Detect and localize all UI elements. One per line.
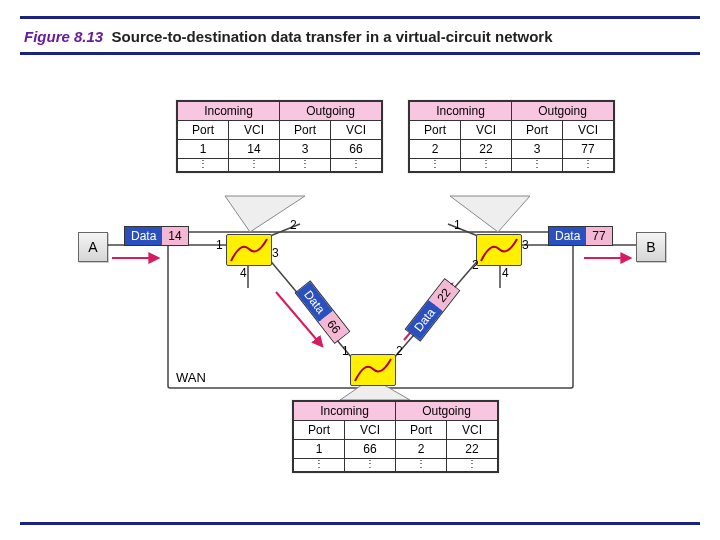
b-invci: 66 bbox=[345, 440, 396, 459]
packet-b-in: Data 77 bbox=[548, 226, 613, 246]
hdr-incoming-r: Incoming bbox=[410, 102, 512, 121]
stub-sw3-p1 bbox=[448, 224, 478, 236]
routing-table-bottom: Incoming Outgoing Port VCI Port VCI 1 66… bbox=[292, 400, 499, 473]
sw1-port1: 1 bbox=[216, 238, 223, 252]
routing-table-top-right: Incoming Outgoing Port VCI Port VCI 2 22… bbox=[408, 100, 615, 173]
switch-bottom bbox=[350, 354, 396, 386]
tl-invci: 14 bbox=[229, 140, 280, 159]
tr-inport: 2 bbox=[410, 140, 461, 159]
hdr-outgoing-r: Outgoing bbox=[512, 102, 614, 121]
hdr-incoming-b: Incoming bbox=[294, 402, 396, 421]
wan-label: WAN bbox=[176, 370, 206, 385]
hdr-vci: VCI bbox=[229, 121, 280, 140]
hdr-outgoing-b: Outgoing bbox=[396, 402, 498, 421]
hdr-port2: Port bbox=[280, 121, 331, 140]
packet-b-vci: 77 bbox=[586, 227, 611, 245]
packet-a-data: Data bbox=[125, 227, 162, 245]
tr-outport: 3 bbox=[512, 140, 563, 159]
tr-outvci: 77 bbox=[563, 140, 614, 159]
sw1-port4: 4 bbox=[240, 266, 247, 280]
packet-a-out: Data 14 bbox=[124, 226, 189, 246]
tl-outport: 3 bbox=[280, 140, 331, 159]
b-outport: 2 bbox=[396, 440, 447, 459]
host-a: A bbox=[78, 232, 108, 262]
tl-outvci: 66 bbox=[331, 140, 382, 159]
b-outvci: 22 bbox=[447, 440, 498, 459]
b-inport: 1 bbox=[294, 440, 345, 459]
tr-invci: 22 bbox=[461, 140, 512, 159]
sw2-port1: 1 bbox=[342, 344, 349, 358]
sw2-port2: 2 bbox=[396, 344, 403, 358]
routing-table-top-left: Incoming Outgoing Port VCI Port VCI 1 14… bbox=[176, 100, 383, 173]
switch-left bbox=[226, 234, 272, 266]
hdr-vci2: VCI bbox=[331, 121, 382, 140]
callout-table-right bbox=[450, 196, 530, 232]
sw3-port2: 2 bbox=[472, 258, 479, 272]
tl-inport: 1 bbox=[178, 140, 229, 159]
sw3-port3: 3 bbox=[522, 238, 529, 252]
host-b: B bbox=[636, 232, 666, 262]
packet-b-data: Data bbox=[549, 227, 586, 245]
hdr-incoming: Incoming bbox=[178, 102, 280, 121]
packet-a-vci: 14 bbox=[162, 227, 187, 245]
sw1-port2: 2 bbox=[290, 218, 297, 232]
sw3-port4: 4 bbox=[502, 266, 509, 280]
sw1-port3: 3 bbox=[272, 246, 279, 260]
switch-right bbox=[476, 234, 522, 266]
hdr-outgoing: Outgoing bbox=[280, 102, 382, 121]
hdr-port: Port bbox=[178, 121, 229, 140]
sw3-port1: 1 bbox=[454, 218, 461, 232]
